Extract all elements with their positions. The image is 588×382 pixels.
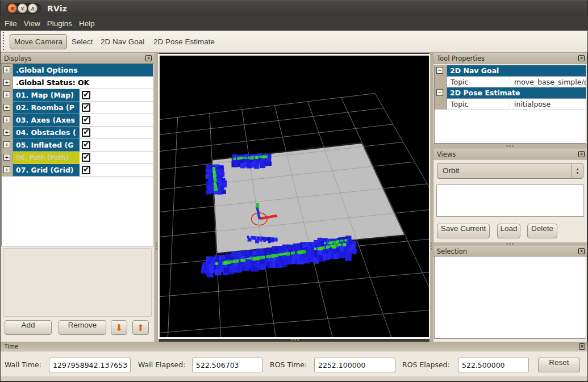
tool-select-button[interactable]: Select: [72, 34, 93, 49]
status-bar: [1, 376, 587, 381]
load-view-button[interactable]: Load: [497, 224, 520, 238]
panel-close-button[interactable]: ✕: [579, 343, 585, 350]
minimize-icon: ∨: [20, 5, 24, 11]
window-minimize-button[interactable]: ∨: [18, 3, 27, 13]
tool-move-camera-button[interactable]: Move Camera: [10, 34, 67, 49]
expand-icon[interactable]: +: [3, 129, 10, 136]
display-name-cell[interactable]: 01. Map (Map): [13, 89, 80, 102]
checkbox-checked[interactable]: ✔: [82, 103, 90, 112]
display-name-cell[interactable]: 07. Grid (Grid): [13, 164, 80, 177]
expand-icon[interactable]: +: [3, 116, 10, 123]
display-name-cell[interactable]: 02. Roomba (P: [13, 102, 80, 114]
time-panel-header[interactable]: Time ✕: [1, 342, 587, 351]
maximize-icon: ∧: [31, 5, 35, 11]
render-viewport[interactable]: [160, 56, 429, 338]
splitter-handle[interactable]: [291, 339, 293, 341]
selection-list[interactable]: [434, 257, 586, 339]
checkbox-checked[interactable]: ✔: [82, 153, 90, 162]
expand-icon[interactable]: +: [3, 79, 10, 86]
display-name-cell[interactable]: .Global Status: OK: [13, 77, 153, 89]
panel-close-button[interactable]: ✕: [578, 151, 585, 157]
tool-group-row[interactable]: −2D Pose Estimate: [435, 87, 586, 99]
display-row[interactable]: +04. Obstacles (✔: [2, 127, 153, 139]
expand-icon[interactable]: +: [3, 154, 10, 161]
property-value-cell[interactable]: move_base_simple/goal: [511, 77, 586, 88]
display-row[interactable]: +05. Inflated (G✔: [2, 139, 153, 152]
checkbox-checked[interactable]: ✔: [82, 166, 90, 174]
collapse-icon[interactable]: −: [436, 67, 443, 74]
expand-icon[interactable]: +: [3, 141, 10, 148]
display-row[interactable]: +01. Map (Map)✔: [2, 89, 153, 102]
checkbox-checked[interactable]: ✔: [82, 116, 90, 124]
tree-branch-gutter: +: [2, 102, 13, 114]
time-field-input[interactable]: [458, 358, 529, 372]
move-down-button[interactable]: ⬇: [111, 320, 127, 335]
window-maximize-button[interactable]: ∧: [28, 3, 37, 13]
display-row[interactable]: +07. Grid (Grid)✔: [2, 164, 153, 177]
window-close-button[interactable]: ✕: [7, 3, 17, 13]
menu-help[interactable]: Help: [76, 17, 98, 30]
menu-file[interactable]: File: [1, 17, 20, 30]
display-row[interactable]: +.Global Options: [2, 64, 153, 77]
tool-property-row[interactable]: Topicinitialpose: [435, 99, 586, 110]
selection-panel-header[interactable]: Selection ✕: [433, 246, 587, 257]
move-up-button[interactable]: ⬆: [132, 320, 149, 335]
toolbar-drag-handle[interactable]: [1, 32, 6, 52]
display-row[interactable]: +.Global Status: OK: [2, 77, 153, 89]
tool-properties-header[interactable]: Tool Properties ✕: [433, 53, 587, 64]
display-name-cell[interactable]: .Global Options: [13, 64, 153, 77]
checkbox-checked[interactable]: ✔: [82, 128, 90, 137]
selection-panel: Selection ✕: [433, 246, 587, 342]
checkmark-icon: ✔: [83, 90, 90, 99]
displays-panel-header[interactable]: Displays ✕: [1, 53, 154, 64]
tool-2d-nav-goal-button[interactable]: 2D Nav Goal: [101, 34, 144, 49]
tool-property-row[interactable]: Topicmove_base_simple/goal: [435, 77, 586, 88]
panel-close-button[interactable]: ✕: [145, 55, 152, 61]
panel-close-button[interactable]: ✕: [578, 248, 585, 254]
save-current-view-button[interactable]: Save Current: [437, 224, 490, 238]
display-row[interactable]: +06. Path (Path)✔: [2, 152, 153, 164]
time-field-input[interactable]: [314, 358, 395, 372]
tool-properties-tree: −2D Nav Goal Topicmove_base_simple/goal …: [434, 65, 586, 144]
views-panel-header[interactable]: Views ✕: [433, 149, 587, 159]
remove-display-button[interactable]: Remove: [59, 320, 106, 335]
expand-icon[interactable]: +: [3, 104, 10, 111]
right-splitter[interactable]: [429, 53, 433, 342]
tool-2d-pose-estimate-button[interactable]: 2D Pose Estimate: [153, 34, 215, 49]
menu-view[interactable]: View: [20, 17, 44, 30]
viewport-frame: [158, 54, 430, 339]
display-row[interactable]: +03. Axes (Axes✔: [2, 114, 153, 127]
camera-type-dropdown[interactable]: Orbit ▲ ▼: [437, 163, 583, 179]
checkbox-checked[interactable]: ✔: [82, 91, 90, 99]
close-icon: ✕: [579, 249, 583, 254]
display-row[interactable]: +02. Roomba (P✔: [2, 102, 153, 114]
spinner-down-icon: ▼: [576, 171, 579, 174]
expand-icon[interactable]: +: [3, 166, 10, 173]
window-buttons: ✕ ∨ ∧: [6, 3, 41, 14]
checkmark-icon: ✔: [83, 165, 90, 174]
expand-icon[interactable]: +: [3, 66, 10, 73]
saved-views-list[interactable]: [436, 184, 584, 217]
collapse-icon[interactable]: −: [436, 89, 443, 96]
tool-group-row[interactable]: −2D Nav Goal: [435, 65, 586, 77]
add-display-button[interactable]: Add: [5, 320, 52, 335]
time-field-input[interactable]: [192, 358, 263, 372]
display-name-cell[interactable]: 06. Path (Path): [13, 152, 80, 164]
dropdown-spinner[interactable]: ▲ ▼: [572, 163, 583, 178]
display-name-cell[interactable]: 03. Axes (Axes: [13, 114, 80, 127]
display-name-cell[interactable]: 05. Inflated (G: [13, 139, 80, 152]
close-icon: ✕: [10, 6, 15, 11]
reset-time-button[interactable]: Reset: [538, 358, 580, 372]
dock-splitter[interactable]: [433, 144, 587, 149]
delete-view-button[interactable]: Delete: [527, 224, 557, 238]
menu-plugins[interactable]: Plugins: [44, 17, 76, 30]
down-arrow-icon: ⬇: [115, 323, 123, 333]
tree-branch-gutter: +: [2, 114, 13, 127]
expand-icon[interactable]: +: [3, 91, 10, 98]
panel-close-button[interactable]: ✕: [578, 55, 585, 61]
time-field-label: Wall Time:: [5, 360, 41, 369]
display-name-cell[interactable]: 04. Obstacles (: [13, 127, 80, 139]
checkbox-checked[interactable]: ✔: [82, 141, 90, 149]
time-field-input[interactable]: [49, 358, 131, 372]
property-value-cell[interactable]: initialpose: [511, 99, 586, 110]
